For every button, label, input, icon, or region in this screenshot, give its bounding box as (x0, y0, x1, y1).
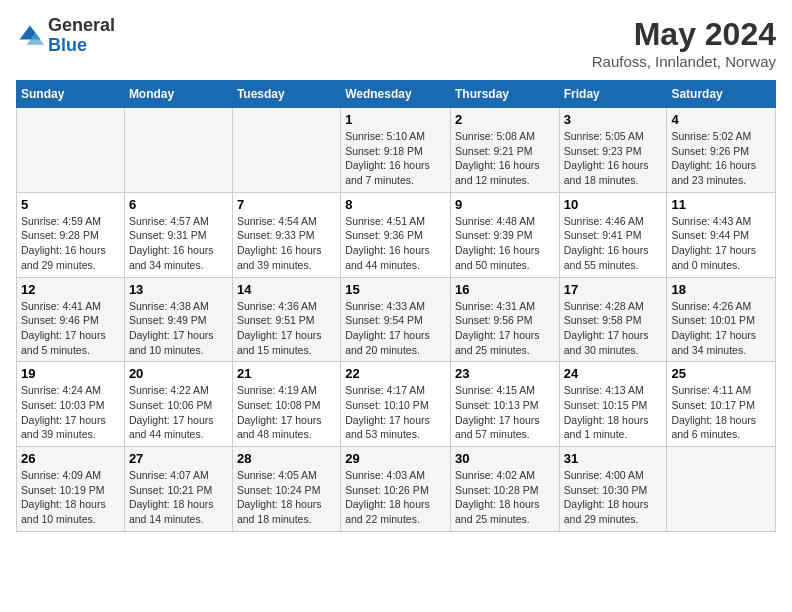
day-info: Sunrise: 4:02 AMSunset: 10:28 PMDaylight… (455, 468, 555, 527)
calendar-table: SundayMondayTuesdayWednesdayThursdayFrid… (16, 80, 776, 532)
day-number: 28 (237, 451, 336, 466)
calendar-week-row: 19Sunrise: 4:24 AMSunset: 10:03 PMDaylig… (17, 362, 776, 447)
calendar-cell: 27Sunrise: 4:07 AMSunset: 10:21 PMDaylig… (124, 447, 232, 532)
calendar-cell: 16Sunrise: 4:31 AMSunset: 9:56 PMDayligh… (450, 277, 559, 362)
calendar-cell: 6Sunrise: 4:57 AMSunset: 9:31 PMDaylight… (124, 192, 232, 277)
calendar-cell: 26Sunrise: 4:09 AMSunset: 10:19 PMDaylig… (17, 447, 125, 532)
day-number: 7 (237, 197, 336, 212)
day-info: Sunrise: 5:02 AMSunset: 9:26 PMDaylight:… (671, 129, 771, 188)
calendar-cell: 3Sunrise: 5:05 AMSunset: 9:23 PMDaylight… (559, 108, 667, 193)
day-info: Sunrise: 4:00 AMSunset: 10:30 PMDaylight… (564, 468, 663, 527)
day-info: Sunrise: 4:11 AMSunset: 10:17 PMDaylight… (671, 383, 771, 442)
title-block: May 2024 Raufoss, Innlandet, Norway (592, 16, 776, 70)
calendar-cell: 23Sunrise: 4:15 AMSunset: 10:13 PMDaylig… (450, 362, 559, 447)
calendar-cell (667, 447, 776, 532)
calendar-cell: 9Sunrise: 4:48 AMSunset: 9:39 PMDaylight… (450, 192, 559, 277)
day-number: 15 (345, 282, 446, 297)
day-info: Sunrise: 4:24 AMSunset: 10:03 PMDaylight… (21, 383, 120, 442)
day-number: 12 (21, 282, 120, 297)
calendar-cell: 2Sunrise: 5:08 AMSunset: 9:21 PMDaylight… (450, 108, 559, 193)
day-number: 3 (564, 112, 663, 127)
day-info: Sunrise: 5:05 AMSunset: 9:23 PMDaylight:… (564, 129, 663, 188)
logo-general-text: General (48, 15, 115, 35)
day-number: 5 (21, 197, 120, 212)
day-info: Sunrise: 4:28 AMSunset: 9:58 PMDaylight:… (564, 299, 663, 358)
calendar-cell: 12Sunrise: 4:41 AMSunset: 9:46 PMDayligh… (17, 277, 125, 362)
day-number: 18 (671, 282, 771, 297)
day-number: 26 (21, 451, 120, 466)
day-number: 22 (345, 366, 446, 381)
day-number: 29 (345, 451, 446, 466)
calendar-cell (232, 108, 340, 193)
calendar-cell: 31Sunrise: 4:00 AMSunset: 10:30 PMDaylig… (559, 447, 667, 532)
day-info: Sunrise: 4:59 AMSunset: 9:28 PMDaylight:… (21, 214, 120, 273)
calendar-cell: 24Sunrise: 4:13 AMSunset: 10:15 PMDaylig… (559, 362, 667, 447)
location-text: Raufoss, Innlandet, Norway (592, 53, 776, 70)
calendar-cell: 13Sunrise: 4:38 AMSunset: 9:49 PMDayligh… (124, 277, 232, 362)
day-info: Sunrise: 4:07 AMSunset: 10:21 PMDaylight… (129, 468, 228, 527)
day-number: 30 (455, 451, 555, 466)
calendar-cell: 5Sunrise: 4:59 AMSunset: 9:28 PMDaylight… (17, 192, 125, 277)
day-number: 1 (345, 112, 446, 127)
day-number: 8 (345, 197, 446, 212)
day-info: Sunrise: 4:17 AMSunset: 10:10 PMDaylight… (345, 383, 446, 442)
calendar-week-row: 12Sunrise: 4:41 AMSunset: 9:46 PMDayligh… (17, 277, 776, 362)
day-of-week-tuesday: Tuesday (232, 81, 340, 108)
day-info: Sunrise: 4:36 AMSunset: 9:51 PMDaylight:… (237, 299, 336, 358)
calendar-cell: 15Sunrise: 4:33 AMSunset: 9:54 PMDayligh… (341, 277, 451, 362)
calendar-cell: 7Sunrise: 4:54 AMSunset: 9:33 PMDaylight… (232, 192, 340, 277)
day-number: 13 (129, 282, 228, 297)
calendar-cell: 29Sunrise: 4:03 AMSunset: 10:26 PMDaylig… (341, 447, 451, 532)
calendar-cell: 1Sunrise: 5:10 AMSunset: 9:18 PMDaylight… (341, 108, 451, 193)
logo: General Blue (16, 16, 115, 56)
calendar-cell: 21Sunrise: 4:19 AMSunset: 10:08 PMDaylig… (232, 362, 340, 447)
page-header: General Blue May 2024 Raufoss, Innlandet… (16, 16, 776, 70)
day-of-week-friday: Friday (559, 81, 667, 108)
day-info: Sunrise: 4:09 AMSunset: 10:19 PMDaylight… (21, 468, 120, 527)
day-of-week-wednesday: Wednesday (341, 81, 451, 108)
day-info: Sunrise: 4:41 AMSunset: 9:46 PMDaylight:… (21, 299, 120, 358)
day-info: Sunrise: 4:43 AMSunset: 9:44 PMDaylight:… (671, 214, 771, 273)
day-of-week-monday: Monday (124, 81, 232, 108)
day-info: Sunrise: 4:31 AMSunset: 9:56 PMDaylight:… (455, 299, 555, 358)
day-info: Sunrise: 4:13 AMSunset: 10:15 PMDaylight… (564, 383, 663, 442)
day-number: 14 (237, 282, 336, 297)
calendar-cell: 25Sunrise: 4:11 AMSunset: 10:17 PMDaylig… (667, 362, 776, 447)
calendar-header-row: SundayMondayTuesdayWednesdayThursdayFrid… (17, 81, 776, 108)
logo-icon (16, 22, 44, 50)
day-info: Sunrise: 4:48 AMSunset: 9:39 PMDaylight:… (455, 214, 555, 273)
day-number: 21 (237, 366, 336, 381)
calendar-week-row: 1Sunrise: 5:10 AMSunset: 9:18 PMDaylight… (17, 108, 776, 193)
calendar-cell: 10Sunrise: 4:46 AMSunset: 9:41 PMDayligh… (559, 192, 667, 277)
day-number: 16 (455, 282, 555, 297)
day-info: Sunrise: 4:38 AMSunset: 9:49 PMDaylight:… (129, 299, 228, 358)
day-of-week-thursday: Thursday (450, 81, 559, 108)
day-number: 23 (455, 366, 555, 381)
day-info: Sunrise: 4:51 AMSunset: 9:36 PMDaylight:… (345, 214, 446, 273)
calendar-cell: 11Sunrise: 4:43 AMSunset: 9:44 PMDayligh… (667, 192, 776, 277)
day-info: Sunrise: 4:46 AMSunset: 9:41 PMDaylight:… (564, 214, 663, 273)
calendar-cell: 20Sunrise: 4:22 AMSunset: 10:06 PMDaylig… (124, 362, 232, 447)
calendar-week-row: 5Sunrise: 4:59 AMSunset: 9:28 PMDaylight… (17, 192, 776, 277)
calendar-cell: 17Sunrise: 4:28 AMSunset: 9:58 PMDayligh… (559, 277, 667, 362)
calendar-cell (17, 108, 125, 193)
day-info: Sunrise: 4:22 AMSunset: 10:06 PMDaylight… (129, 383, 228, 442)
calendar-week-row: 26Sunrise: 4:09 AMSunset: 10:19 PMDaylig… (17, 447, 776, 532)
calendar-cell: 18Sunrise: 4:26 AMSunset: 10:01 PMDaylig… (667, 277, 776, 362)
day-number: 20 (129, 366, 228, 381)
day-info: Sunrise: 4:19 AMSunset: 10:08 PMDaylight… (237, 383, 336, 442)
calendar-cell: 28Sunrise: 4:05 AMSunset: 10:24 PMDaylig… (232, 447, 340, 532)
day-info: Sunrise: 4:26 AMSunset: 10:01 PMDaylight… (671, 299, 771, 358)
day-number: 17 (564, 282, 663, 297)
day-number: 4 (671, 112, 771, 127)
day-number: 6 (129, 197, 228, 212)
day-number: 11 (671, 197, 771, 212)
calendar-cell: 22Sunrise: 4:17 AMSunset: 10:10 PMDaylig… (341, 362, 451, 447)
day-info: Sunrise: 4:03 AMSunset: 10:26 PMDaylight… (345, 468, 446, 527)
logo-blue-text: Blue (48, 35, 87, 55)
calendar-cell (124, 108, 232, 193)
day-info: Sunrise: 4:05 AMSunset: 10:24 PMDaylight… (237, 468, 336, 527)
calendar-cell: 8Sunrise: 4:51 AMSunset: 9:36 PMDaylight… (341, 192, 451, 277)
day-number: 24 (564, 366, 663, 381)
day-info: Sunrise: 4:33 AMSunset: 9:54 PMDaylight:… (345, 299, 446, 358)
